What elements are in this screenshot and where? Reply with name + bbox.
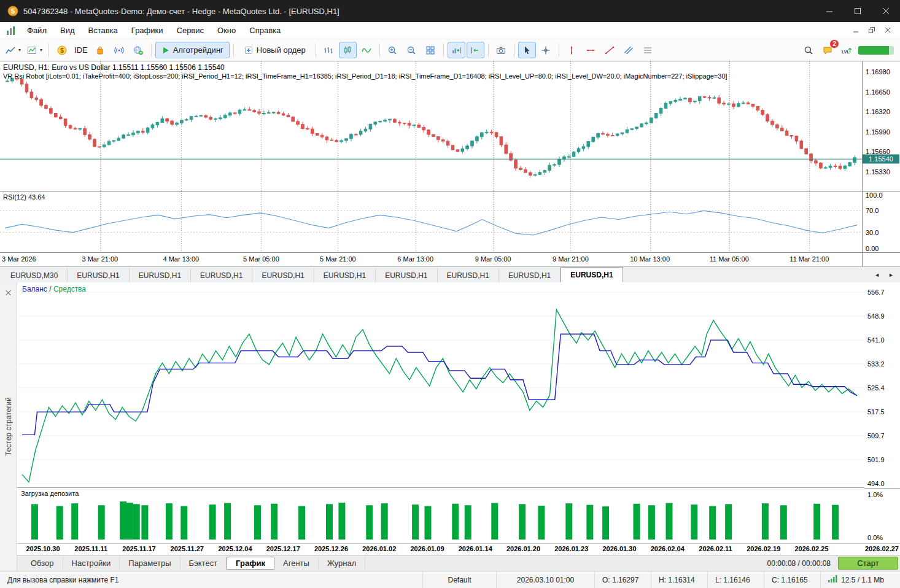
search-button[interactable]	[799, 42, 817, 58]
tester-x-label: 2026.01.14	[459, 545, 492, 552]
price-axis-column: 1.15540 1.169801.166501.163201.159901.15…	[862, 61, 900, 266]
menu-view[interactable]: Вид	[53, 23, 82, 37]
bars-mode-button[interactable]	[320, 42, 338, 58]
levels-icon	[643, 45, 653, 55]
community-button[interactable]	[130, 42, 147, 58]
notifications-button[interactable]: 2	[818, 42, 836, 58]
lvl-button[interactable]: LVL	[837, 42, 855, 58]
metaeditor-button[interactable]: IDE	[72, 42, 90, 58]
chart-tab-0[interactable]: EURUSD,M30	[1, 268, 68, 282]
zoom-in-button[interactable]	[384, 42, 402, 58]
new-order-label: Новый ордер	[257, 45, 306, 55]
chart-tab-3[interactable]: EURUSD,H1	[191, 268, 252, 282]
menu-window[interactable]: Окно	[211, 23, 242, 37]
trendline-button[interactable]	[601, 42, 619, 58]
algo-trading-button[interactable]: Алготрейдинг	[155, 42, 230, 58]
chart-tab-8[interactable]: EURUSD,H1	[499, 268, 561, 282]
market-button[interactable]	[91, 42, 109, 58]
tab-settings[interactable]: Настройки	[63, 557, 120, 570]
time-axis-label: 3 Mar 2026	[2, 255, 36, 263]
price-axis[interactable]: 1.15540 1.169801.166501.163201.159901.15…	[863, 61, 900, 191]
tester-close-icon[interactable]	[6, 287, 11, 298]
balance-chart-canvas[interactable]	[17, 282, 864, 488]
tab-overview[interactable]: Обзор	[22, 557, 63, 570]
toolbar-separator	[488, 44, 489, 57]
menu-tools[interactable]: Сервис	[170, 23, 211, 37]
maximize-icon[interactable]	[844, 0, 872, 22]
candles-mode-button[interactable]	[339, 42, 357, 58]
menu-insert[interactable]: Вставка	[82, 23, 125, 37]
line-mode-button[interactable]	[358, 42, 376, 58]
statusbar: Для вызова справки нажмите F1 Default 20…	[0, 571, 900, 588]
time-axis-label: 9 Mar 05:00	[475, 255, 511, 263]
price-axis-label: 1.16320	[866, 108, 890, 115]
quotes-button[interactable]: $	[53, 42, 71, 58]
objects-button[interactable]	[639, 42, 657, 58]
chart-tab-1[interactable]: EURUSD,H1	[68, 268, 129, 282]
toolbar: ▾▾$IDEАлготрейдингНовый ордер2LVL	[0, 39, 900, 61]
restore-icon[interactable]	[864, 25, 879, 37]
cursor-button[interactable]	[518, 42, 536, 58]
chart-tab-7[interactable]: EURUSD,H1	[438, 268, 499, 282]
price-chart-canvas[interactable]	[0, 61, 862, 191]
chart-tab-2[interactable]: EURUSD,H1	[130, 268, 191, 282]
rsi-chart-canvas[interactable]	[0, 191, 862, 253]
tab-backtest[interactable]: Бэктест	[180, 557, 227, 570]
chart-shift-button[interactable]	[467, 42, 484, 58]
shift-icon	[470, 45, 480, 55]
chart-tab-5[interactable]: EURUSD,H1	[314, 268, 376, 282]
tab-journal[interactable]: Журнал	[319, 557, 365, 570]
rsi-pane[interactable]: RSI(12) 43.64	[0, 191, 862, 253]
signals-button[interactable]	[111, 42, 128, 58]
dollar-icon: $	[57, 45, 67, 55]
close-icon[interactable]	[872, 0, 900, 22]
tester-elapsed-time: 00:00:08 / 00:00:08	[767, 559, 838, 568]
channel-button[interactable]	[620, 42, 638, 58]
status-profile[interactable]: Default	[422, 571, 496, 588]
start-button[interactable]: Старт	[838, 557, 898, 570]
tab-agents[interactable]: Агенты	[274, 557, 319, 570]
chart-main: EURUSD, H1: Euro vs US Dollar 1.15511 1.…	[0, 61, 862, 266]
chart-area: EURUSD, H1: Euro vs US Dollar 1.15511 1.…	[0, 61, 900, 266]
balance-axis-label: 494.0	[867, 480, 885, 487]
chart-tab-4[interactable]: EURUSD,H1	[252, 268, 314, 282]
chart-template-button[interactable]: ▾	[25, 42, 45, 58]
tabs-scroll-right-icon[interactable]: ►	[885, 271, 897, 279]
grid-icon	[425, 45, 435, 55]
menu-help[interactable]: Справка	[242, 23, 287, 37]
t abs-scroll-left-icon[interactable]: ◄	[871, 271, 883, 279]
minimize-icon[interactable]	[815, 0, 844, 22]
tester-side-strip: Тестер стратегий	[0, 282, 17, 571]
zoom-out-button[interactable]	[403, 42, 421, 58]
tab-parameters[interactable]: Параметры	[120, 557, 180, 570]
chart-tab-6[interactable]: EURUSD,H1	[376, 268, 437, 282]
deposit-load-pane[interactable]: Загрузка депозита	[17, 488, 864, 543]
tester-tab-bar: ОбзорНастройкиПараметрыБэктестГрафикАген…	[17, 555, 900, 571]
balance-axis-label: 556.7	[867, 288, 885, 296]
rsi-axis[interactable]: 100.070.030.00.00	[863, 191, 900, 253]
balance-legend: Баланс / Средства	[22, 285, 86, 293]
chart-profile-button[interactable]: ▾	[3, 42, 23, 58]
tab-graph[interactable]: График	[227, 557, 274, 570]
tester-x-label: 2025.11.27	[171, 545, 204, 552]
play-icon	[161, 46, 170, 55]
deposit-load-title: Загрузка депозита	[21, 490, 79, 497]
auto-scroll-button[interactable]	[448, 42, 465, 58]
menu-charts[interactable]: Графики	[125, 23, 170, 37]
deposit-load-canvas[interactable]	[17, 488, 864, 543]
menu-file[interactable]: Файл	[20, 23, 53, 37]
new-order-button[interactable]: Новый ордер	[238, 42, 312, 58]
horizontal-line-button[interactable]	[582, 42, 600, 58]
chart-tab-9[interactable]: EURUSD,H1	[561, 267, 623, 282]
time-axis[interactable]: 3 Mar 20263 Mar 21:004 Mar 13:005 Mar 05…	[0, 253, 862, 266]
restore-minimize-icon[interactable]	[848, 25, 863, 37]
balance-chart-pane[interactable]: Баланс / Средства	[17, 282, 864, 488]
mdi-close-icon[interactable]	[880, 25, 895, 37]
crosshair-button[interactable]	[537, 42, 555, 58]
screenshot-button[interactable]	[492, 42, 510, 58]
tile-windows-button[interactable]	[422, 42, 440, 58]
price-pane[interactable]: EURUSD, H1: Euro vs US Dollar 1.15511 1.…	[0, 61, 862, 191]
tester-axis-column: 556.7548.9541.0533.2525.4517.5509.7501.9…	[864, 282, 900, 543]
tester-panel-title: Тестер стратегий	[4, 397, 13, 456]
vertical-line-button[interactable]	[563, 42, 581, 58]
